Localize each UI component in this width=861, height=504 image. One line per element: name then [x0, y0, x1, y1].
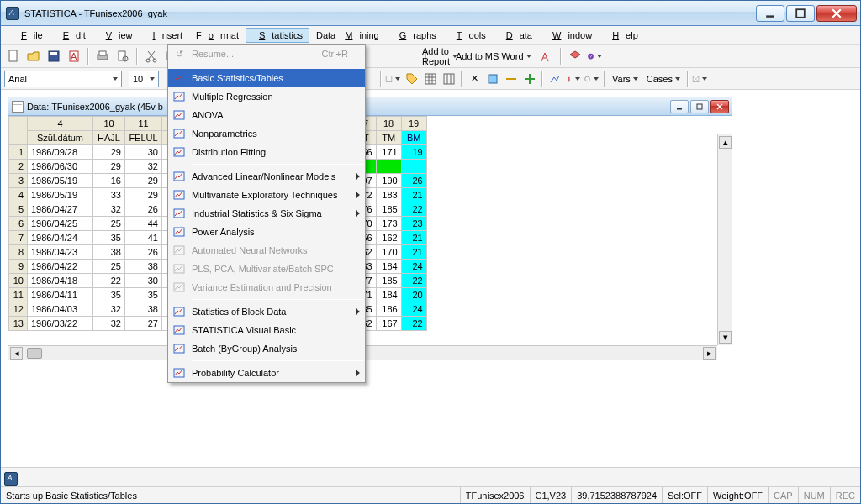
- close-button[interactable]: [816, 5, 857, 22]
- submenu-arrow-icon: [356, 210, 360, 217]
- menu-item-label: Power Analysis: [192, 227, 255, 237]
- menu-item-icon: [172, 341, 187, 356]
- menu-statistics[interactable]: Statistics: [246, 28, 309, 43]
- status-app-icon: [4, 472, 18, 486]
- child-maximize-button[interactable]: [690, 100, 709, 113]
- menu-item[interactable]: Statistics of Block Data: [168, 302, 365, 321]
- new-icon[interactable]: [4, 47, 23, 66]
- misc-icon-7[interactable]: [583, 70, 601, 88]
- menu-item-label: Automated Neural Networks: [192, 245, 308, 255]
- minimize-button[interactable]: [756, 5, 784, 22]
- menu-edit[interactable]: Edit: [50, 28, 92, 43]
- misc-icon-6[interactable]: [564, 70, 583, 88]
- menu-item[interactable]: Power Analysis: [168, 223, 365, 241]
- menu-tools[interactable]: Tools: [443, 28, 493, 43]
- svg-rect-0: [766, 15, 774, 17]
- fmt-icon-1[interactable]: [384, 70, 403, 88]
- font-combo[interactable]: Arial: [4, 71, 122, 87]
- vars-label: Vars: [612, 74, 631, 84]
- scroll-thumb[interactable]: [27, 348, 42, 359]
- status-cell: C1,V23: [530, 487, 572, 503]
- open-icon[interactable]: [24, 47, 43, 66]
- submenu-arrow-icon: [356, 308, 360, 315]
- menu-item[interactable]: Automated Neural Networks: [168, 241, 365, 260]
- menu-data[interactable]: Data: [493, 28, 539, 43]
- main-window: STATISTICA - TFunisex2006_gyak File Edit…: [0, 0, 861, 504]
- svg-rect-2: [9, 50, 17, 61]
- menu-item[interactable]: PLS, PCA, Multivariate/Batch SPC: [168, 260, 365, 278]
- svg-rect-1: [796, 9, 805, 18]
- print-icon[interactable]: [93, 47, 112, 66]
- status-sel: Sel:OFF: [662, 487, 707, 503]
- menu-help[interactable]: Help: [599, 28, 645, 43]
- tool-icon-2[interactable]: [566, 47, 584, 66]
- print-preview-icon[interactable]: [114, 47, 132, 66]
- menu-insert[interactable]: Insert: [140, 28, 190, 43]
- menu-file[interactable]: File: [8, 28, 50, 43]
- menu-item-icon: [172, 126, 187, 141]
- menu-item[interactable]: Batch (ByGroup) Analysis: [168, 339, 365, 358]
- menu-item-icon: [172, 89, 187, 104]
- grid-icon-2[interactable]: [440, 70, 458, 88]
- menu-item[interactable]: Multiple Regression: [168, 87, 365, 106]
- menu-item[interactable]: Advanced Linear/Nonlinear Models: [168, 167, 365, 186]
- menu-item[interactable]: Probability Calculator: [168, 364, 365, 382]
- child-close-button[interactable]: [710, 100, 729, 113]
- tag-icon[interactable]: [403, 70, 421, 88]
- workspace: Data: TFunisex2006_gyak (45v b 410111213…: [1, 90, 860, 467]
- menu-format[interactable]: Format: [189, 28, 246, 43]
- maximize-button[interactable]: [786, 5, 815, 22]
- data-grid[interactable]: 410111213141516171819Szül.dátumHAJLFELÜL…: [8, 116, 732, 360]
- misc-icon-5[interactable]: [546, 70, 564, 88]
- misc-icon-3[interactable]: [502, 70, 520, 88]
- menu-item[interactable]: STATISTICA Visual Basic: [168, 321, 365, 339]
- scroll-down-icon[interactable]: ▾: [719, 331, 732, 344]
- menubar: File Edit View Insert Format Statistics …: [1, 26, 860, 45]
- menu-item[interactable]: Distribution Fitting: [168, 143, 365, 161]
- menu-item-label: Variance Estimation and Precision: [192, 282, 332, 292]
- menu-item[interactable]: Variance Estimation and Precision: [168, 278, 365, 297]
- cut-icon[interactable]: [142, 47, 161, 66]
- add-to-report-button[interactable]: Add to Report: [431, 47, 450, 66]
- add-to-ms-word-button[interactable]: Add to MS Word: [452, 47, 536, 66]
- tool-icon-1[interactable]: [537, 47, 556, 66]
- svg-rect-27: [697, 104, 702, 109]
- menu-item-label: Batch (ByGroup) Analysis: [192, 344, 297, 354]
- menu-item-label: STATISTICA Visual Basic: [192, 325, 296, 335]
- font-size-combo[interactable]: 10: [129, 71, 159, 87]
- menu-item-label: Basic Statistics/Tables: [192, 73, 283, 83]
- menu-item[interactable]: Basic Statistics/Tables: [168, 69, 365, 87]
- spreadsheet-icon: [12, 101, 24, 113]
- scroll-left-icon[interactable]: ◂: [10, 347, 23, 360]
- help-dropdown-icon[interactable]: ?: [586, 47, 605, 66]
- scroll-up-icon[interactable]: ▴: [719, 136, 732, 149]
- scroll-right-icon[interactable]: ▸: [703, 347, 716, 360]
- status-weight: Weight:OFF: [707, 487, 768, 503]
- add-to-report-label: Add to Report: [422, 46, 450, 66]
- menu-item[interactable]: Multivariate Exploratory Techniques: [168, 186, 365, 204]
- pdf-icon[interactable]: A: [65, 47, 83, 66]
- misc-icon-4[interactable]: [520, 70, 539, 88]
- menu-graphs[interactable]: Graphs: [386, 28, 443, 43]
- status-num: NUM: [798, 487, 830, 503]
- grid-icon-1[interactable]: [421, 70, 440, 88]
- menu-window[interactable]: Window: [539, 28, 599, 43]
- svg-rect-20: [425, 74, 436, 84]
- save-icon[interactable]: [45, 47, 63, 66]
- misc-icon-1[interactable]: ✕: [465, 70, 483, 88]
- pattern-icon[interactable]: [691, 70, 710, 88]
- cases-button[interactable]: Cases: [642, 70, 684, 88]
- menu-view[interactable]: View: [92, 28, 140, 43]
- menu-item[interactable]: Nonparametrics: [168, 124, 365, 143]
- child-minimize-button[interactable]: [670, 100, 689, 113]
- statistics-dropdown: ↺ Resume... Ctrl+R Basic Statistics/Tabl…: [167, 44, 366, 383]
- svg-point-24: [585, 76, 590, 81]
- menu-item[interactable]: Industrial Statistics & Six Sigma: [168, 204, 365, 223]
- vars-button[interactable]: Vars: [608, 70, 642, 88]
- menu-data-mining[interactable]: Data Mining: [309, 28, 386, 43]
- menu-resume[interactable]: ↺ Resume... Ctrl+R: [168, 45, 365, 63]
- menu-item-label: Distribution Fitting: [192, 147, 266, 157]
- misc-icon-2[interactable]: [483, 70, 502, 88]
- vertical-scrollbar[interactable]: ▴ ▾: [717, 134, 732, 345]
- menu-item[interactable]: ANOVA: [168, 106, 365, 124]
